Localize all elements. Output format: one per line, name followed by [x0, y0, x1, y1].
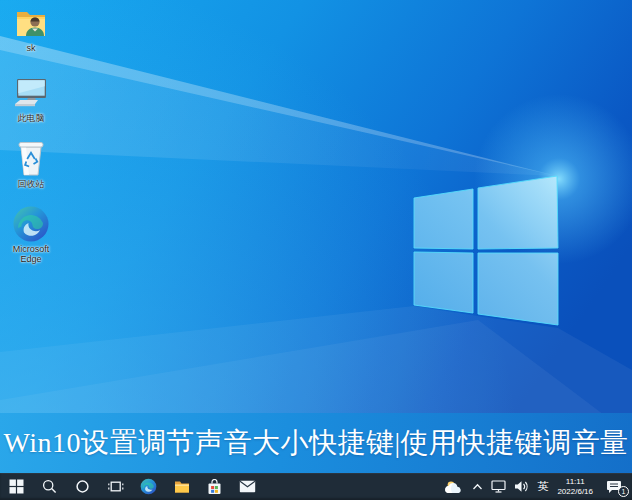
cortana-button[interactable]: [66, 473, 99, 500]
task-view-button[interactable]: [99, 473, 132, 500]
windows-logo-pane-top-right: [478, 176, 558, 249]
clock[interactable]: 11:11 2022/6/16: [553, 473, 597, 500]
cortana-circle-icon: [75, 479, 90, 494]
windows-logo-pane-bottom-right: [478, 253, 558, 325]
taskbar-edge-button[interactable]: [132, 473, 165, 500]
system-tray: 英 11:11 2022/6/16 1: [441, 473, 632, 500]
edge-icon: [12, 205, 50, 243]
desktop: sk 此电脑: [0, 0, 632, 473]
desktop-icon-label: Microsoft Edge: [3, 244, 59, 265]
caption-banner: Win10设置调节声音大小快捷键|使用快捷键调音量: [0, 413, 632, 473]
volume-tray-button[interactable]: [511, 473, 532, 500]
notification-badge: 1: [618, 486, 629, 497]
store-button[interactable]: [198, 473, 231, 500]
task-view-icon: [108, 479, 124, 494]
computer-icon: [11, 76, 51, 112]
clock-date: 2022/6/16: [557, 487, 593, 497]
wallpaper-windows-light: [0, 0, 632, 473]
desktop-icon-recycle-bin[interactable]: 回收站: [2, 139, 60, 189]
file-explorer-button[interactable]: [165, 473, 198, 500]
desktop-icon-this-pc[interactable]: 此电脑: [2, 76, 60, 123]
taskbar: 英 11:11 2022/6/16 1: [0, 473, 632, 500]
mail-button[interactable]: [231, 473, 264, 500]
mail-envelope-icon: [239, 480, 256, 493]
search-icon: [42, 479, 57, 494]
edge-icon: [140, 478, 157, 495]
weather-cloud-icon: [444, 480, 464, 494]
volume-speaker-icon: [514, 480, 529, 493]
ime-indicator[interactable]: 英: [534, 473, 551, 500]
weather-tray-button[interactable]: [441, 473, 467, 500]
windows-logo-pane-bottom-left: [414, 252, 473, 313]
windows-desktop-screen: sk 此电脑: [0, 0, 632, 500]
clock-time: 11:11: [557, 477, 593, 487]
desktop-icon-edge[interactable]: Microsoft Edge: [2, 205, 60, 265]
network-tray-button[interactable]: [488, 473, 509, 500]
desktop-icon-user-folder[interactable]: sk: [2, 7, 60, 53]
user-folder-icon: [13, 7, 49, 42]
search-button[interactable]: [33, 473, 66, 500]
start-button[interactable]: [0, 473, 33, 500]
action-center-button[interactable]: 1: [599, 473, 629, 500]
windows-logo-pane-top-left: [414, 189, 473, 249]
caption-text: Win10设置调节声音大小快捷键|使用快捷键调音量: [3, 424, 628, 462]
desktop-icon-label: 此电脑: [18, 113, 45, 123]
store-bag-icon: [207, 479, 222, 495]
recycle-bin-icon: [14, 139, 48, 178]
tray-chevron-button[interactable]: [469, 473, 486, 500]
folder-icon: [174, 480, 190, 494]
desktop-icon-label: 回收站: [18, 179, 45, 189]
desktop-icon-label: sk: [27, 43, 36, 53]
network-display-icon: [491, 480, 506, 493]
chevron-up-icon: [472, 483, 483, 491]
windows-logo-icon: [9, 479, 24, 494]
